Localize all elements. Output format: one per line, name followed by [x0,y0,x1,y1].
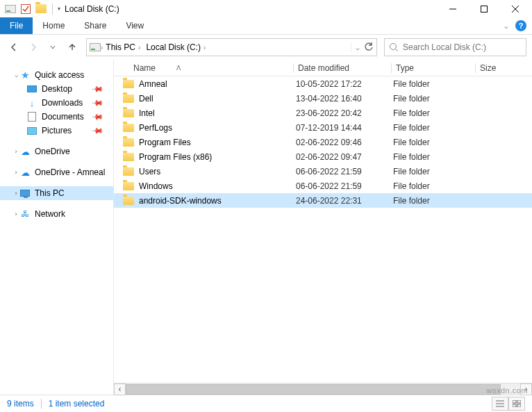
folder-icon [121,138,136,147]
scroll-left-button[interactable]: ‹ [114,384,126,395]
file-tab[interactable]: File [0,17,33,34]
chevron-right-icon[interactable]: › [13,190,19,197]
search-input[interactable] [403,42,522,52]
properties-checkbox-icon[interactable] [19,3,32,15]
sidebar-item-network[interactable]: › 🖧 Network [0,207,113,221]
sidebar-item-onedrive-amneal[interactable]: › ☁ OneDrive - Amneal [0,165,113,179]
sidebar-label: This PC [35,188,65,198]
file-name: Windows [136,181,292,191]
file-date: 06-06-2022 21:59 [292,167,389,176]
folder-icon[interactable] [35,3,47,15]
file-row[interactable]: Amneal10-05-2022 17:22File folder [114,76,532,91]
file-row[interactable]: Windows06-06-2022 21:59File folder [114,179,532,193]
navigation-pane: ⌵ ★ Quick access Desktop 📌 ↓ Downloads 📌… [0,60,114,395]
star-icon: ★ [19,69,31,81]
sidebar-item-documents[interactable]: Documents 📌 [0,110,113,124]
column-header-date[interactable]: Date modified [294,63,391,73]
svg-rect-0 [22,4,31,13]
chevron-right-icon[interactable]: › [13,169,19,176]
minimize-button[interactable] [437,0,468,17]
details-view-button[interactable] [492,397,508,411]
sidebar-item-quick-access[interactable]: ⌵ ★ Quick access [0,68,113,82]
folder-icon [121,182,136,190]
folder-icon [121,94,136,103]
file-row[interactable]: Program Files02-06-2022 09:46File folder [114,135,532,149]
file-row[interactable]: Intel23-06-2022 20:42File folder [114,106,532,120]
svg-rect-12 [513,404,516,407]
scroll-track[interactable] [126,384,520,395]
folder-icon [121,124,136,132]
scroll-thumb[interactable] [126,384,501,395]
content-area: Nameᐱ Date modified Type Size Amneal10-0… [114,60,532,395]
sidebar-label: Downloads [42,98,83,108]
close-button[interactable] [499,0,531,17]
network-icon: 🖧 [19,208,31,220]
help-icon[interactable]: ? [515,20,526,31]
monitor-icon [19,188,31,199]
file-type: File folder [389,123,472,133]
back-button[interactable] [6,39,22,56]
document-icon [26,111,38,122]
sidebar-item-pictures[interactable]: Pictures 📌 [0,124,113,138]
column-header-type[interactable]: Type [392,63,475,73]
quick-access-toolbar: ▾ [1,3,60,15]
sidebar-item-downloads[interactable]: ↓ Downloads 📌 [0,96,113,110]
file-name: Intel [136,108,292,118]
file-type: File folder [389,196,472,206]
file-date: 23-06-2022 20:42 [292,108,389,118]
breadcrumb-thispc[interactable]: This PC› [103,42,143,52]
svg-point-5 [390,44,397,50]
address-dropdown-icon[interactable]: ⌵ [356,44,360,51]
svg-rect-11 [517,400,521,403]
tab-view[interactable]: View [116,17,153,34]
chevron-down-icon[interactable]: ⌵ [13,72,19,79]
recent-dropdown-icon[interactable] [44,39,61,56]
tab-share[interactable]: Share [74,17,116,34]
forward-button[interactable] [25,39,42,56]
pin-icon: 📌 [90,96,103,109]
file-row[interactable]: Dell13-04-2022 16:40File folder [114,91,532,106]
file-name: PerfLogs [136,123,292,133]
up-button[interactable] [64,39,81,56]
column-header-name[interactable]: Nameᐱ [129,63,293,73]
file-row[interactable]: PerfLogs07-12-2019 14:44File folder [114,120,532,135]
chevron-right-icon[interactable]: › [13,148,19,155]
sidebar-item-this-pc[interactable]: › This PC [0,186,113,200]
pin-icon: 📌 [90,124,103,137]
thumbnails-view-button[interactable] [508,397,525,411]
cloud-icon: ☁ [19,167,31,178]
status-bar: 9 items 1 item selected [0,395,532,411]
horizontal-scrollbar[interactable]: ‹ › [114,383,532,395]
sort-ascending-icon: ᐱ [176,65,181,72]
file-row[interactable]: Program Files (x86)02-06-2022 09:47File … [114,149,532,164]
watermark: wsxdn.com [486,386,528,395]
chevron-right-icon[interactable]: › [13,211,19,217]
svg-line-6 [396,49,399,52]
chevron-right-icon[interactable]: › [203,44,206,51]
sidebar-item-desktop[interactable]: Desktop 📌 [0,82,113,96]
tab-home[interactable]: Home [33,17,74,34]
file-name: android-SDK-windows [136,196,292,206]
file-date: 13-04-2022 16:40 [292,94,389,104]
address-bar[interactable]: › This PC› Local Disk (C:)› ⌵ [86,38,377,56]
status-item-count: 9 items [7,399,34,409]
file-row[interactable]: android-SDK-windows24-06-2022 22:31File … [114,193,532,208]
title-bar: ▾ Local Disk (C:) [0,0,532,17]
sidebar-item-onedrive[interactable]: › ☁ OneDrive [0,145,113,158]
ribbon-expand-icon[interactable]: ⌵ [504,22,508,30]
maximize-button[interactable] [468,0,499,17]
refresh-icon[interactable] [364,42,374,52]
main-area: ⌵ ★ Quick access Desktop 📌 ↓ Downloads 📌… [0,60,532,395]
search-icon [389,42,399,52]
chevron-right-icon[interactable]: › [138,44,140,51]
column-header-size[interactable]: Size [476,63,517,73]
file-name: Users [136,167,292,176]
file-row[interactable]: Users06-06-2022 21:59File folder [114,164,532,179]
search-box[interactable] [384,38,526,56]
desktop-icon [26,83,38,94]
file-date: 07-12-2019 14:44 [292,123,389,133]
sidebar-label: OneDrive - Amneal [35,167,105,177]
breadcrumb-localdisk[interactable]: Local Disk (C:)› [143,42,208,52]
file-date: 24-06-2022 22:31 [292,196,389,206]
file-type: File folder [389,94,472,104]
